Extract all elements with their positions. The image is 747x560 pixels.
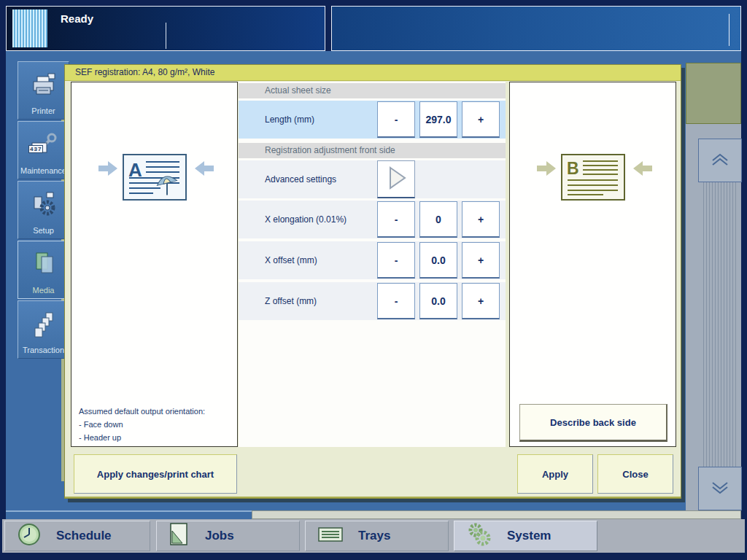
status-stripes-decoration [12,9,47,47]
section-header-registration-adjustment: Registration adjustment front side [239,143,506,158]
scroll-down-button[interactable] [698,467,742,510]
arrow-left-icon [632,160,653,180]
background-window-bottom-fragment [252,510,741,519]
background-window-top-fragment [686,63,741,124]
sidebar-item-maintenance[interactable]: 437 Maintenance [18,121,69,179]
taskbar-tab-trays[interactable]: Trays [305,521,449,551]
printer-icon [18,69,69,101]
x-offset-row[interactable]: X offset (mm) - 0.0 + [239,241,506,279]
sidebar-item-transaction[interactable]: Transaction [18,300,69,359]
describe-back-side-button[interactable]: Describe back side [519,404,667,442]
orientation-note-line: - Face down [79,420,123,429]
advanced-settings-row[interactable]: Advanced settings [239,160,506,198]
status-panel-left: Ready [6,6,325,51]
x-offset-increase-button[interactable]: + [462,242,500,279]
x-offset-label: X offset (mm) [265,241,317,279]
jobs-document-icon [169,522,190,550]
orientation-note-line: Assumed default output orientation: [79,407,205,416]
status-divider [166,23,166,49]
length-label: Length (mm) [265,101,314,139]
taskbar: Schedule Jobs Trays [2,519,745,553]
triangle-right-icon [382,163,411,195]
arrow-right-icon [98,160,118,180]
back-sheet-illustration: B [536,152,653,215]
sidebar-item-label: Media [18,286,69,295]
z-offset-value: 0.0 [419,283,457,319]
length-increase-button[interactable]: + [462,101,500,138]
tray-icon [317,525,344,547]
close-button[interactable]: Close [597,454,673,494]
length-value: 297.0 [419,101,457,138]
taskbar-tab-system[interactable]: System [454,521,597,551]
arrow-left-icon [194,160,214,180]
apply-button[interactable]: Apply [517,454,593,494]
back-side-panel: B Describe back side [509,82,676,447]
setup-icon [18,189,69,221]
sidebar-item-media[interactable]: Media [18,241,69,299]
screen-bottom-border [0,553,747,560]
sheet-a-image: A [123,154,187,203]
x-elongation-label: X elongation (0.01%) [265,201,347,238]
sidebar-item-label: Maintenance [18,166,69,175]
advanced-settings-label: Advanced settings [265,160,336,198]
transaction-icon [18,308,69,341]
sidebar-item-label: Printer [18,106,69,115]
taskbar-tab-label: System [507,529,551,543]
arrow-right-icon [536,160,557,180]
z-offset-decrease-button[interactable]: - [377,283,415,319]
front-sheet-illustration: A [98,152,214,215]
settings-column: Actual sheet size Length (mm) - 297.0 + … [239,82,506,447]
apply-changes-print-chart-button[interactable]: Apply changes/print chart [74,454,237,494]
length-row[interactable]: Length (mm) - 297.0 + [239,101,506,139]
orientation-note-line: - Header up [79,433,121,442]
x-offset-value: 0.0 [419,242,457,279]
media-icon [18,249,69,281]
screen: Ready Printer [0,0,747,560]
front-side-panel: A [71,82,238,447]
sidebar-item-setup[interactable]: Setup [18,181,69,239]
advanced-settings-open-button[interactable] [377,160,415,198]
chevron-up-icon [708,149,732,171]
sheet-letter: B [567,159,579,178]
sheet-b-image: B [561,154,625,203]
gears-icon [466,521,492,551]
z-offset-row[interactable]: Z offset (mm) - 0.0 + [239,282,506,320]
z-offset-label: Z offset (mm) [265,282,317,320]
taskbar-tab-jobs[interactable]: Jobs [156,521,300,551]
status-panel-right [331,6,741,51]
maintenance-icon: 437 [18,129,69,161]
x-elongation-row[interactable]: X elongation (0.01%) - 0 + [239,201,506,238]
clock-icon [17,522,42,550]
dialog-footer: Apply changes/print chart Apply Close [65,447,681,498]
x-elongation-decrease-button[interactable]: - [377,201,415,238]
sef-registration-dialog: SEF registration: A4, 80 g/m², White A [64,64,681,499]
scroll-up-button[interactable] [698,139,742,182]
taskbar-tab-schedule[interactable]: Schedule [4,521,150,551]
section-header-actual-sheet-size: Actual sheet size [239,83,506,98]
taskbar-tab-label: Trays [358,529,390,543]
x-elongation-increase-button[interactable]: + [462,201,500,238]
taskbar-tab-label: Schedule [56,529,112,543]
sidebar-item-label: Setup [18,226,69,235]
x-offset-decrease-button[interactable]: - [377,242,415,279]
length-decrease-button[interactable]: - [377,101,415,138]
sidebar-item-printer[interactable]: Printer [18,61,69,120]
counter-digits: 437 [28,145,43,153]
dialog-title: SEF registration: A4, 80 g/m², White [65,65,681,81]
z-offset-increase-button[interactable]: + [462,283,500,319]
background-window-bottom-fragment [6,510,252,519]
scrollbar-track[interactable] [703,182,737,467]
taskbar-tab-label: Jobs [205,529,234,543]
status-divider [729,14,729,46]
printer-status-text: Ready [61,12,93,25]
chevron-down-icon [708,478,732,499]
sidebar-item-label: Transaction [18,346,69,354]
x-elongation-value: 0 [419,201,457,238]
